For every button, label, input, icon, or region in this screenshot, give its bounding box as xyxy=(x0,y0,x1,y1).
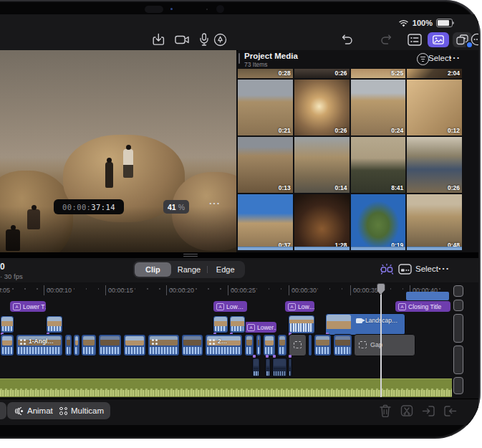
mic-button[interactable] xyxy=(196,32,212,47)
insert-icon xyxy=(422,405,435,417)
connection-dot xyxy=(273,355,276,358)
ruler-range-clip[interactable] xyxy=(406,292,449,300)
media-item-climbers[interactable]: 0:26 xyxy=(294,69,350,78)
edit-mode-segmented-control[interactable]: ClipRangeEdge xyxy=(133,261,245,278)
media-item-hillside[interactable]: 0:24 xyxy=(351,80,406,135)
connected-clip[interactable] xyxy=(288,315,315,334)
storyline-clip[interactable] xyxy=(181,334,203,356)
storyline-clip[interactable] xyxy=(244,334,254,356)
connected-clip[interactable] xyxy=(229,315,246,333)
lane-strip-segment[interactable] xyxy=(453,314,463,343)
usage-strip xyxy=(238,247,293,250)
title-clip[interactable]: ALower T… xyxy=(10,301,46,312)
clip-waveform xyxy=(215,326,226,331)
title-clip[interactable]: ALower… xyxy=(244,322,276,333)
media-item-sky-boulders[interactable]: 0:37 xyxy=(238,194,293,250)
media-item-sunset-couple[interactable]: 0:26 xyxy=(294,80,350,135)
title-clip[interactable]: ALow… xyxy=(285,301,314,312)
media-browser-button[interactable] xyxy=(428,32,449,47)
blade-button[interactable] xyxy=(400,404,414,418)
media-item-creek-rocks[interactable]: 0:14 xyxy=(294,137,350,193)
wifi-icon xyxy=(398,19,409,27)
overlay-button[interactable] xyxy=(398,263,412,276)
media-item-interview[interactable]: 8:41 xyxy=(351,137,406,193)
media-item-boulder-field[interactable]: 0:21 xyxy=(238,80,293,135)
import-button[interactable] xyxy=(150,32,166,47)
connected-clip[interactable]: Landscap… xyxy=(325,313,405,335)
mode-segment-clip[interactable]: Clip xyxy=(135,262,171,277)
viewer[interactable]: 00:00:37:14 41% ··· xyxy=(0,50,236,252)
more-button[interactable] xyxy=(469,32,478,47)
undo-button[interactable] xyxy=(339,32,355,47)
title-clip[interactable]: ALow… xyxy=(213,301,247,312)
partial-left-button[interactable] xyxy=(0,402,6,419)
media-item-canyon[interactable]: 5:25 xyxy=(351,69,406,78)
filter-icon[interactable] xyxy=(417,53,429,65)
enhance-button[interactable] xyxy=(380,263,394,276)
title-clip[interactable]: AClosing Title xyxy=(395,301,450,312)
gap-clip[interactable]: Gap xyxy=(354,334,415,356)
media-item-rock-pile[interactable]: 0:13 xyxy=(238,137,293,193)
storyline-clip[interactable] xyxy=(263,334,276,356)
multicam-button[interactable]: Multicam xyxy=(53,402,110,419)
media-item-joshua-tree[interactable]: 0:19 xyxy=(351,194,406,250)
connected-clip[interactable] xyxy=(46,315,63,333)
media-item-backpacker[interactable]: 0:26 xyxy=(407,137,462,193)
media-item-rock-face[interactable]: 2:04 xyxy=(407,69,462,78)
mode-segment-edge[interactable]: Edge xyxy=(207,262,244,277)
media-item-campfire[interactable]: 1:28 xyxy=(294,194,350,250)
storyline-clip[interactable] xyxy=(314,334,332,356)
lane-strip-segment[interactable] xyxy=(453,285,463,297)
gap-clip[interactable]: G… xyxy=(289,334,307,356)
timeline[interactable]: 00:00:0500:00:1000:00:1500:00:2000:00:25… xyxy=(0,282,478,399)
lane-strip-segment[interactable] xyxy=(453,345,463,374)
media-item-rock-closeup[interactable]: 0:12 xyxy=(407,80,462,135)
inspector-button[interactable] xyxy=(407,32,423,47)
insert-button[interactable] xyxy=(421,404,435,418)
append-button[interactable] xyxy=(443,404,457,418)
mode-segment-range[interactable]: Range xyxy=(171,262,208,277)
storyline-clip[interactable] xyxy=(73,334,80,356)
storyline-clip[interactable] xyxy=(148,334,180,356)
connected-clip-below[interactable] xyxy=(252,358,260,377)
timeline-select-button[interactable]: Select xyxy=(415,264,438,273)
storyline-clip[interactable] xyxy=(308,334,312,356)
connected-clip-below[interactable] xyxy=(272,358,287,377)
redo-button[interactable] xyxy=(378,32,394,47)
storyline-clip[interactable] xyxy=(277,334,287,356)
media-item-hikers[interactable]: 0:48 xyxy=(407,194,462,250)
storyline-clip[interactable] xyxy=(64,334,72,356)
media-more-button[interactable]: ··· xyxy=(449,52,461,63)
storyline-clip[interactable] xyxy=(333,334,352,356)
connection-dot xyxy=(253,355,256,358)
media-item-rock-formation[interactable]: 0:28 xyxy=(238,69,293,78)
connected-clip[interactable] xyxy=(0,315,14,333)
ruler-label: 00:00:25 xyxy=(228,285,256,295)
storyline-clip[interactable] xyxy=(0,334,14,356)
storyline-clip[interactable] xyxy=(98,334,122,356)
lane-strip-segment[interactable] xyxy=(453,377,463,394)
playhead-line[interactable] xyxy=(380,284,382,397)
resize-handle[interactable] xyxy=(183,254,198,257)
zoom-level-badge[interactable]: 41% xyxy=(163,200,189,214)
timeline-more-button[interactable]: ··· xyxy=(438,263,450,274)
clip-waveform xyxy=(290,323,313,332)
viewer-more-button[interactable]: ··· xyxy=(209,198,221,209)
media-select-button[interactable]: Select xyxy=(428,54,451,62)
storyline-clip[interactable]: 1-Angl… xyxy=(16,334,63,356)
connection-dot xyxy=(289,355,291,358)
connected-clip[interactable] xyxy=(213,315,228,333)
connected-clip-below[interactable] xyxy=(265,358,271,377)
lane-strip-segment[interactable] xyxy=(453,300,463,311)
delete-button[interactable] xyxy=(378,404,392,418)
storyline-clip[interactable] xyxy=(81,334,97,356)
storyline-clip[interactable] xyxy=(123,334,146,356)
camera-button[interactable] xyxy=(174,32,190,47)
music-clip[interactable] xyxy=(0,378,452,397)
pencil-button[interactable] xyxy=(212,32,228,47)
zoom-unit: % xyxy=(178,203,185,211)
storyline-clip[interactable] xyxy=(256,334,261,356)
connected-clip-below[interactable] xyxy=(288,358,292,377)
storyline-clip[interactable]: 2… xyxy=(205,334,243,356)
timecode-display[interactable]: 00:00:37:14 xyxy=(54,199,124,214)
